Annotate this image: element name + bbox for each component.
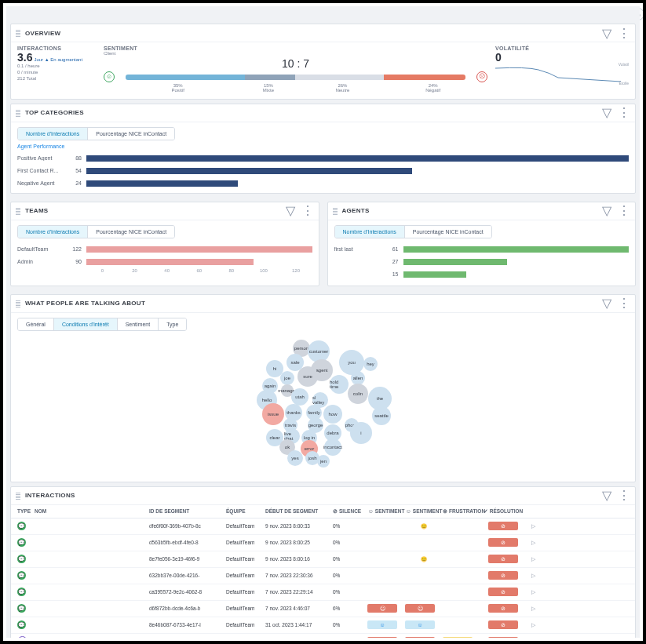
bar-row[interactable]: 27 (328, 256, 636, 268)
table-row[interactable]: 💬ca395572-9e2c-4062-8DefaultTeam7 nov. 2… (11, 584, 635, 601)
sentiment-neutral: 😐 (421, 523, 427, 529)
resolution-fail: ⊘ (488, 538, 518, 547)
bar-row[interactable]: DefaultTeam122 (11, 243, 319, 256)
bubble-hey[interactable]: hey (363, 357, 378, 371)
chat-icon: 💬 (17, 555, 26, 563)
bubble-jen[interactable]: jen (317, 455, 330, 468)
tab-général[interactable]: Général (18, 318, 53, 330)
resolution-fail: ⊘ (488, 604, 518, 613)
sentiment-neutral: 😐 (421, 556, 427, 562)
tab-type[interactable]: Type (158, 318, 186, 330)
table-row[interactable]: ✆e3c07da0-ba5e-453a-lDefaultTeam16 oct. … (11, 634, 635, 638)
table-row[interactable]: 💬dfe6f00f-369b-407b-8cDefaultTeam9 nov. … (11, 518, 635, 535)
table-row[interactable]: 💬632bb37e-00de-4216-DefaultTeam7 nov. 20… (11, 568, 635, 584)
filter-icon[interactable]: ▽ (602, 105, 611, 120)
filter-icon[interactable]: ▽ (602, 488, 611, 503)
talking-title: WHAT PEOPLE ARE TALKING ABOUT (25, 300, 145, 307)
play-icon[interactable]: ▷ (531, 523, 535, 529)
bubble-seattle[interactable]: seattle (372, 406, 391, 425)
resolution-fail: ⊘ (488, 637, 518, 638)
bubble-utah[interactable]: utah (291, 388, 308, 406)
play-icon[interactable]: ▷ (531, 573, 535, 578)
tab-interactions[interactable]: Nombre d'Interactions (18, 226, 87, 238)
table-row[interactable]: 💬8e46b087-6733-4e17-lDefaultTeam31 oct. … (11, 617, 635, 634)
filter-icon[interactable]: ▽ (602, 26, 611, 41)
play-icon[interactable]: ▷ (531, 622, 535, 628)
filter-icon[interactable]: ▽ (286, 203, 295, 218)
resolution-icon: ✓ (484, 508, 488, 515)
sentiment-pos: ☺ (367, 620, 397, 629)
tab-interactions[interactable]: Nombre d'Interactions (18, 128, 87, 140)
bubble-joe[interactable]: joe (280, 371, 294, 385)
resolution-fail: ⊘ (488, 571, 518, 580)
bubble-issue[interactable]: issue (262, 403, 284, 425)
tab-percentage[interactable]: Pourcentage NICE inContact (87, 226, 174, 238)
play-icon[interactable]: ▷ (531, 589, 535, 595)
sentiment-neg: ☹ (405, 637, 435, 638)
play-icon[interactable]: ▷ (531, 540, 535, 545)
chat-icon: 💬 (17, 538, 26, 547)
interactions-title: INTERACTIONS (25, 492, 75, 499)
bubble-hold time[interactable]: hold time (330, 375, 349, 394)
chat-icon: 💬 (17, 571, 26, 580)
bubble-sure[interactable]: sure (297, 366, 318, 387)
play-icon[interactable]: ▷ (531, 606, 535, 611)
tab-sentiment[interactable]: Sentiment (117, 318, 159, 330)
bar-row[interactable]: first last61 (328, 243, 636, 256)
more-icon[interactable]: ⋮ (618, 296, 630, 311)
sentiment-pos: ☺ (405, 620, 435, 629)
sentiment-icon: ☺ (368, 508, 374, 514)
resolution-fail: ⊘ (488, 555, 518, 563)
tab-percentage[interactable]: Pourcentage NICE inContact (87, 128, 174, 140)
bubble-i[interactable]: i (350, 422, 372, 444)
bar-row[interactable]: Negative Agent24 (11, 177, 635, 190)
teams-title: TEAMS (25, 207, 49, 214)
bar-row[interactable]: Positive Agent88 (11, 152, 635, 165)
bar-row[interactable]: 15 (328, 268, 636, 281)
table-row[interactable]: 💬d6f872bb-dcde-4c6a-bDefaultTeam7 nov. 2… (11, 601, 635, 617)
smile-icon: ☺ (104, 71, 115, 82)
table-row[interactable]: 💬d563b5fb-ebdf-4fe0-8DefaultTeam9 nov. 2… (11, 535, 635, 551)
bubble-yes[interactable]: yes (287, 450, 303, 466)
more-icon[interactable]: ⋮ (301, 203, 314, 218)
more-icon[interactable]: ⋮ (618, 488, 630, 503)
tab-interactions[interactable]: Nombre d'Interactions (335, 226, 404, 238)
bubble-how[interactable]: how (323, 405, 342, 424)
resolution-fail: ⊘ (488, 522, 518, 530)
bubble-colin[interactable]: colin (348, 384, 368, 404)
tab-percentage[interactable]: Pourcentage NICE inContact (404, 226, 491, 238)
tab-conditions d'intérêt[interactable]: Conditions d'intérêt (53, 318, 117, 330)
sentiment-label: SENTIMENT (104, 45, 487, 51)
sentiment-neg: ☹ (367, 604, 397, 613)
bar-row[interactable]: First Contact R...54 (11, 165, 635, 177)
bubble-incontact[interactable]: incontact (324, 438, 341, 456)
play-icon[interactable]: ▷ (531, 556, 535, 562)
filter-icon[interactable]: ▽ (602, 203, 611, 218)
frustration-med: ⊚ (443, 637, 473, 638)
filter-icon[interactable]: ▽ (602, 296, 611, 311)
sentiment-neg: ☹ (405, 604, 435, 613)
silence-icon: ⊘ (333, 508, 338, 514)
sentiment-bar (126, 75, 465, 80)
frown-icon: ☹ (476, 71, 487, 82)
interactions-trend: Jour ▲ En augmentant (34, 57, 82, 62)
more-icon[interactable]: ⋮ (618, 105, 630, 120)
sentiment-neg: ☹ (367, 637, 397, 638)
frustration-icon: ⊚ (443, 508, 447, 514)
overview-title: OVERVIEW (25, 30, 60, 37)
volatility-value: 0 (495, 51, 629, 64)
more-icon[interactable]: ⋮ (618, 26, 630, 41)
topcat-tabs: Nombre d'Interactions Pourcentage NICE i… (17, 127, 175, 140)
bar-row[interactable]: Admin90 (11, 256, 319, 268)
interactions-value: 3.6 (17, 51, 32, 64)
chat-icon: 💬 (17, 620, 26, 629)
volatility-label: VOLATILITÉ (495, 45, 629, 51)
table-row[interactable]: 💬8e7fe056-3e19-46f6-9DefaultTeam9 nov. 2… (11, 551, 635, 568)
chat-icon: 💬 (17, 588, 26, 596)
more-icon[interactable]: ⋮ (618, 203, 630, 218)
topcat-subfilter[interactable]: Agent Performance (17, 144, 629, 149)
chat-icon: 💬 (17, 604, 26, 613)
resolution-fail: ⊘ (488, 588, 518, 596)
sentiment-icon: ☺ (406, 508, 411, 514)
sentiment-ratio: 10 : 7 (104, 57, 487, 70)
